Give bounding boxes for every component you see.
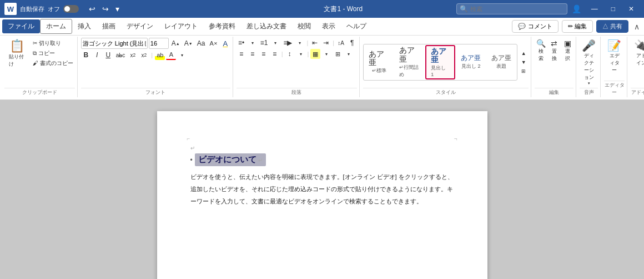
multilevel-button[interactable]: ≡▶ — [281, 38, 294, 48]
styles-expand[interactable]: ⊞ — [519, 67, 529, 76]
underline-button[interactable]: U — [103, 50, 113, 60]
autosave-toggle[interactable] — [63, 5, 79, 13]
borders-dropdown[interactable]: ▾ — [344, 49, 354, 59]
comment-button[interactable]: 💬 コメント — [512, 20, 559, 33]
ribbon-collapse-button[interactable]: ∧ — [632, 21, 642, 32]
select-button[interactable]: ▣ 選択 — [561, 38, 573, 63]
close-button[interactable]: ✕ — [623, 3, 640, 15]
editing-group: 🔍 検索 ⇄ 置換 ▣ 選択 編集 — [532, 37, 576, 97]
change-case-button[interactable]: Aa — [195, 38, 207, 48]
copy-icon: ⧉ — [33, 50, 37, 56]
numbering-button[interactable]: ≡1 — [259, 38, 270, 48]
style-heading2[interactable]: あア亜 見出し 2 — [456, 53, 486, 71]
bullets-dropdown[interactable]: ▾ — [248, 38, 258, 48]
menu-help[interactable]: ヘルプ — [341, 19, 372, 33]
numbering-dropdown[interactable]: ▾ — [270, 38, 280, 48]
styles-scroll-up[interactable]: ▲ — [519, 49, 529, 58]
redo-button[interactable]: ↪ — [100, 3, 111, 14]
style-standard[interactable]: あア亜 ↵標準 — [364, 49, 394, 76]
borders-button[interactable]: ⊞ — [333, 49, 343, 59]
minimize-button[interactable]: — — [586, 3, 603, 15]
superscript-button[interactable]: x2 — [139, 50, 149, 60]
strikethrough-button[interactable]: ab̶c — [114, 50, 127, 60]
style-title-label: 表題 — [496, 63, 506, 70]
subscript-button[interactable]: x2 — [128, 50, 138, 60]
title-bar-right: 🔍 👤 — □ ✕ — [456, 3, 640, 15]
menu-view[interactable]: 表示 — [316, 19, 341, 33]
styles-group-label: スタイル — [363, 88, 529, 97]
addin-button[interactable]: 🔌 アドイン — [631, 38, 644, 68]
search-icon: 🔍 — [536, 39, 546, 48]
multilevel-dropdown[interactable]: ▾ — [295, 38, 305, 48]
maximize-button[interactable]: □ — [606, 3, 621, 15]
text-effects-button[interactable]: A — [220, 38, 230, 48]
addin-icon: 🔌 — [634, 39, 644, 52]
undo-button[interactable]: ↩ — [87, 3, 98, 14]
dictate-button[interactable]: 🎤 ディクテーション ▾ — [580, 38, 598, 87]
style-spacing[interactable]: あア亜 ↵行間詰め — [395, 45, 425, 79]
inc-indent-button[interactable]: ⇥ — [321, 38, 331, 48]
line-spacing-dropdown[interactable]: ▾ — [296, 49, 306, 59]
document-title: 文書1 - Word — [230, 4, 456, 14]
share-button[interactable]: △ 共有 — [596, 20, 628, 33]
font-color-dropdown[interactable]: ▾ — [177, 50, 187, 60]
font-group-label: フォント — [81, 88, 230, 97]
quick-access-more[interactable]: ▾ — [113, 3, 122, 14]
word-logo: W — [4, 3, 17, 15]
sort-button[interactable]: ↕A — [336, 38, 346, 48]
document-heading[interactable]: ビデオについて — [198, 155, 256, 164]
autosave-label: 自動保存 — [20, 5, 44, 13]
justify-button[interactable]: ≡ — [270, 49, 280, 59]
menu-insert[interactable]: 挿入 — [72, 19, 97, 33]
show-marks-button[interactable]: ¶ — [347, 38, 357, 48]
bold-button[interactable]: B — [81, 50, 91, 60]
mic-icon: 🎤 — [582, 39, 596, 52]
user-icon-button[interactable]: 👤 — [570, 3, 583, 14]
replace-button[interactable]: ⇄ 置換 — [548, 38, 560, 63]
font-grow-button[interactable]: A▲ — [170, 38, 182, 48]
style-heading1-label: 見出し 1 — [431, 64, 450, 77]
italic-button[interactable]: I — [92, 50, 102, 60]
document-page: ⌐ ¬ ↵ • ビデオについて ↵ ビデオを使うと、伝えたい内容を明確に表現でき… — [157, 111, 487, 279]
bullets-button[interactable]: ≡• — [237, 38, 246, 48]
menu-design[interactable]: デザイン — [121, 19, 159, 33]
align-right-button[interactable]: ≡ — [259, 49, 269, 59]
edit-button[interactable]: ✏ 編集 — [562, 20, 593, 33]
search-button[interactable]: 🔍 検索 — [535, 38, 547, 63]
format-painter-button[interactable]: 🖌 書式のコピー — [31, 59, 75, 68]
align-center-button[interactable]: ≡ — [248, 49, 258, 59]
bullet-marker: • — [190, 156, 193, 164]
cut-button[interactable]: ✂ 切り取り — [31, 39, 75, 48]
align-left-button[interactable]: ≡ — [237, 49, 246, 59]
search-input[interactable] — [456, 3, 567, 14]
menu-references[interactable]: 参考資料 — [203, 19, 241, 33]
shading-button[interactable]: ▦ — [310, 49, 320, 59]
paste-button[interactable]: 📋 貼り付け — [4, 38, 29, 69]
margin-marker-tr: ¬ — [454, 136, 457, 142]
dec-indent-button[interactable]: ⇤ — [310, 38, 320, 48]
font-shrink-button[interactable]: A▼ — [183, 38, 194, 48]
menu-mailings[interactable]: 差し込み文書 — [241, 19, 292, 33]
font-name-input[interactable] — [81, 38, 148, 49]
menu-layout[interactable]: レイアウト — [159, 19, 203, 33]
shading-dropdown[interactable]: ▾ — [321, 49, 331, 59]
line-spacing-button[interactable]: ↕ — [285, 49, 295, 59]
menu-file[interactable]: ファイル — [2, 19, 40, 33]
addin-group: 🔌 アドイン アドイン — [628, 37, 644, 97]
title-bar: W 自動保存 オフ ↩ ↪ ▾ 文書1 - Word 🔍 👤 — □ ✕ — [0, 0, 644, 18]
highlight-button[interactable]: ab — [155, 50, 165, 60]
font-size-input[interactable] — [149, 38, 169, 49]
style-spacing-label: ↵行間詰め — [399, 64, 420, 78]
font-color-button[interactable]: A — [166, 50, 176, 60]
menu-draw[interactable]: 描画 — [97, 19, 121, 33]
clear-format-button[interactable]: A✕ — [208, 38, 219, 48]
styles-group: あア亜 ↵標準 あア亜 ↵行間詰め あア亜 見出し 1 あ — [361, 37, 531, 97]
copy-button[interactable]: ⧉ コピー — [31, 49, 75, 58]
style-heading1[interactable]: あア亜 見出し 1 — [425, 45, 455, 80]
document-paragraph[interactable]: ビデオを使うと、伝えたい内容を明確に表現できます。[オンライン ビデオ] をクリ… — [190, 171, 454, 207]
editor-button[interactable]: 📝 エディター — [604, 38, 625, 75]
menu-review[interactable]: 校閲 — [292, 19, 316, 33]
style-title[interactable]: あア亜 表題 — [486, 53, 516, 71]
menu-home[interactable]: ホーム — [40, 19, 72, 34]
styles-scroll-down[interactable]: ▼ — [519, 58, 529, 67]
